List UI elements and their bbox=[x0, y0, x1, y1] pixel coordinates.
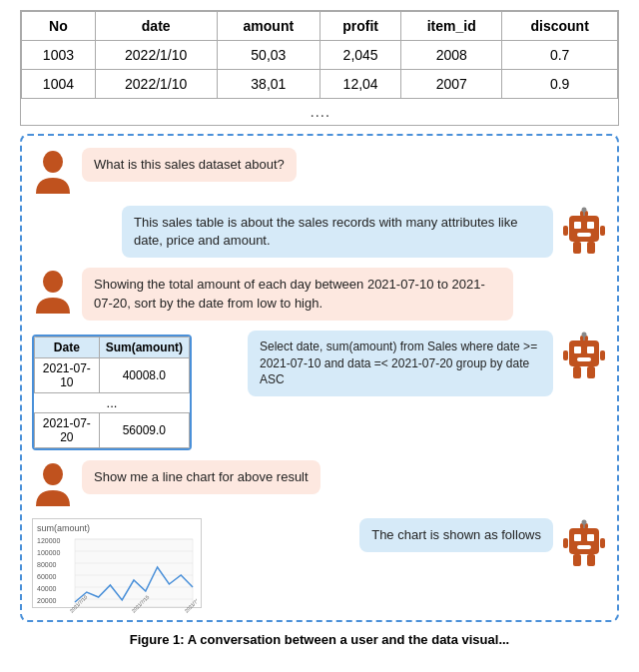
line-chart-svg: 120000 100000 80000 60000 40000 20000 bbox=[37, 535, 197, 613]
svg-text:120000: 120000 bbox=[37, 537, 60, 544]
svg-rect-14 bbox=[574, 346, 581, 353]
svg-rect-45 bbox=[577, 545, 591, 549]
user-message-3-text: Show me a line chart for above result bbox=[94, 469, 309, 484]
chart-result-row: sum(amount) 120000 100000 80000 60000 40… bbox=[32, 518, 607, 608]
cell-no: 1004 bbox=[22, 70, 96, 99]
cell-no: 1003 bbox=[22, 41, 96, 70]
bubble-bot3: The chart is shown as follows bbox=[359, 518, 553, 552]
svg-rect-9 bbox=[600, 226, 605, 236]
chart-title-label: sum(amount) bbox=[37, 523, 197, 533]
avatar-user2 bbox=[32, 268, 74, 316]
svg-rect-43 bbox=[574, 534, 581, 541]
bubble-user2: Showing the total amount of each day bet… bbox=[82, 268, 513, 320]
user-message-1-text: What is this sales dataset about? bbox=[94, 157, 285, 172]
chat-row-user3: Show me a line chart for above result bbox=[32, 460, 607, 508]
svg-point-0 bbox=[43, 151, 63, 173]
caption-text: Figure 1: A conversation between a user … bbox=[130, 632, 509, 647]
svg-rect-44 bbox=[587, 534, 594, 541]
sql-text: Select date, sum(amount) from Sales wher… bbox=[260, 339, 537, 387]
col-date: date bbox=[95, 12, 217, 41]
mini-ellipsis-text: ... bbox=[35, 392, 190, 412]
svg-text:80000: 80000 bbox=[37, 561, 57, 568]
cell-discount: 0.9 bbox=[502, 70, 618, 99]
svg-point-19 bbox=[582, 332, 587, 336]
bot-message-1-text: This sales table is about the sales reco… bbox=[134, 215, 517, 248]
bubble-bot1: This sales table is about the sales reco… bbox=[122, 206, 553, 258]
chat-row-user2: Showing the total amount of each day bet… bbox=[32, 268, 607, 320]
svg-rect-8 bbox=[563, 226, 568, 236]
chat-row-user1: What is this sales dataset about? bbox=[32, 148, 607, 196]
avatar-bot3 bbox=[561, 518, 607, 568]
ellipsis-text: …. bbox=[22, 99, 618, 126]
chart-bot-wrapper: The chart is shown as follows bbox=[210, 518, 607, 568]
cell-profit: 2,045 bbox=[320, 41, 401, 70]
cell-profit: 12,04 bbox=[320, 70, 401, 99]
user-message-2-text: Showing the total amount of each day bet… bbox=[94, 277, 485, 310]
mini-col-sum: Sum(amount) bbox=[99, 336, 189, 357]
svg-text:60000: 60000 bbox=[37, 573, 57, 580]
table-ellipsis-row: …. bbox=[22, 99, 618, 126]
svg-rect-16 bbox=[577, 357, 591, 361]
svg-rect-2 bbox=[574, 222, 581, 229]
col-profit: profit bbox=[320, 12, 401, 41]
bubble-sql: Select date, sum(amount) from Sales wher… bbox=[248, 331, 553, 396]
svg-rect-11 bbox=[587, 242, 595, 254]
cell-amount: 38,01 bbox=[217, 70, 320, 99]
svg-text:20000: 20000 bbox=[37, 597, 57, 604]
svg-text:100000: 100000 bbox=[37, 549, 60, 556]
mini-table-ellipsis: ... bbox=[35, 392, 190, 412]
svg-rect-3 bbox=[587, 222, 594, 229]
avatar-bot1 bbox=[561, 206, 607, 256]
line-chart-area: sum(amount) 120000 100000 80000 60000 40… bbox=[32, 518, 202, 608]
svg-rect-20 bbox=[563, 350, 568, 360]
svg-rect-15 bbox=[587, 346, 594, 353]
svg-rect-4 bbox=[577, 233, 591, 237]
svg-point-48 bbox=[582, 519, 587, 524]
svg-point-12 bbox=[43, 271, 63, 293]
mini-table-row: 2021-07-10 40008.0 bbox=[35, 357, 190, 392]
sql-result-wrapper: Select date, sum(amount) from Sales wher… bbox=[200, 331, 607, 396]
table-row: 1003 2022/1/10 50,03 2,045 2008 0.7 bbox=[22, 41, 618, 70]
col-discount: discount bbox=[502, 12, 618, 41]
bubble-user1: What is this sales dataset about? bbox=[82, 148, 297, 182]
svg-rect-10 bbox=[573, 242, 581, 254]
cell-discount: 0.7 bbox=[502, 41, 618, 70]
svg-rect-23 bbox=[587, 366, 595, 378]
svg-rect-13 bbox=[569, 340, 599, 366]
cell-item-id: 2007 bbox=[401, 70, 502, 99]
table-row: 1004 2022/1/10 38,01 12,04 2007 0.9 bbox=[22, 70, 618, 99]
svg-text:40000: 40000 bbox=[37, 585, 57, 592]
mini-col-date: Date bbox=[35, 336, 100, 357]
col-item-id: item_id bbox=[401, 12, 502, 41]
svg-point-7 bbox=[582, 208, 587, 213]
svg-rect-51 bbox=[573, 554, 581, 566]
chat-row-bot1: This sales table is about the sales reco… bbox=[32, 206, 607, 258]
mini-cell-date: 2021-07-20 bbox=[35, 412, 100, 447]
chat-section: What is this sales dataset about? This s… bbox=[20, 134, 619, 622]
mini-data-table: Date Sum(amount) 2021-07-10 40008.0 ... … bbox=[34, 336, 190, 448]
data-table: No date amount profit item_id discount 1… bbox=[21, 11, 618, 125]
svg-rect-50 bbox=[600, 538, 605, 548]
avatar-user3 bbox=[32, 460, 74, 508]
svg-point-24 bbox=[43, 463, 63, 485]
mini-cell-date: 2021-07-10 bbox=[35, 357, 100, 392]
svg-rect-22 bbox=[573, 366, 581, 378]
mini-cell-sum: 40008.0 bbox=[99, 357, 189, 392]
svg-rect-49 bbox=[563, 538, 568, 548]
svg-rect-42 bbox=[569, 528, 599, 554]
figure-caption: Figure 1: A conversation between a user … bbox=[20, 632, 619, 647]
col-no: No bbox=[22, 12, 96, 41]
data-table-section: No date amount profit item_id discount 1… bbox=[20, 10, 619, 126]
col-amount: amount bbox=[217, 12, 320, 41]
avatar-user1 bbox=[32, 148, 74, 196]
bubble-user3: Show me a line chart for above result bbox=[82, 460, 320, 494]
svg-rect-52 bbox=[587, 554, 595, 566]
mini-table-row: 2021-07-20 56009.0 bbox=[35, 412, 190, 447]
svg-rect-21 bbox=[600, 350, 605, 360]
cell-date: 2022/1/10 bbox=[95, 70, 217, 99]
bot-message-3-text: The chart is shown as follows bbox=[371, 527, 541, 542]
cell-item-id: 2008 bbox=[401, 41, 502, 70]
svg-rect-1 bbox=[569, 216, 599, 242]
mixed-result-row: Date Sum(amount) 2021-07-10 40008.0 ... … bbox=[32, 331, 607, 450]
avatar-bot2 bbox=[561, 331, 607, 380]
